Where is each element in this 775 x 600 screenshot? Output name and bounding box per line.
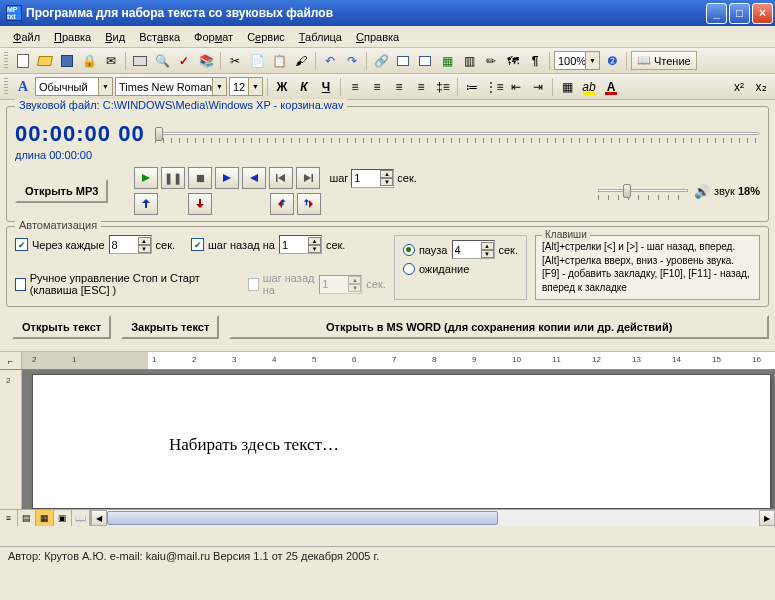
reading-mode-button[interactable]: 📖Чтение	[631, 51, 697, 70]
preview-button[interactable]: 🔍	[152, 51, 172, 71]
stepback-checkbox[interactable]: ✔	[191, 238, 204, 251]
permission-button[interactable]: 🔒	[79, 51, 99, 71]
volume-slider[interactable]	[598, 181, 688, 201]
save-button[interactable]	[57, 51, 77, 71]
indent-decrease-button[interactable]: ⇤	[506, 77, 526, 97]
print-button[interactable]	[130, 51, 150, 71]
copy-button[interactable]: 📄	[247, 51, 267, 71]
drawing-button[interactable]: ✏	[481, 51, 501, 71]
bookmark-prev-button[interactable]	[270, 193, 294, 215]
excel-button[interactable]: ▦	[437, 51, 457, 71]
spin-up[interactable]: ▲	[380, 170, 393, 178]
align-left-button[interactable]: ≡	[345, 77, 365, 97]
indent-increase-button[interactable]: ⇥	[528, 77, 548, 97]
insert-table-button[interactable]	[415, 51, 435, 71]
pause-input[interactable]	[453, 244, 481, 256]
every-checkbox[interactable]: ✔	[15, 238, 28, 251]
maximize-button[interactable]: □	[729, 3, 750, 24]
scroll-track[interactable]	[107, 510, 759, 526]
align-justify-button[interactable]: ≡	[411, 77, 431, 97]
superscript-button[interactable]: x²	[729, 77, 749, 97]
bookmark-del-button[interactable]	[188, 193, 212, 215]
step-spinner[interactable]: ▲▼	[351, 169, 394, 188]
close-text-button[interactable]: Закрыть текст	[121, 315, 219, 339]
view-web[interactable]: ▣	[54, 510, 72, 526]
showall-button[interactable]: ¶	[525, 51, 545, 71]
menu-edit[interactable]: Правка	[47, 29, 98, 45]
undo-button[interactable]: ↶	[320, 51, 340, 71]
font-dropdown[interactable]: Times New Roman▼	[115, 77, 227, 96]
menu-service[interactable]: Сервис	[240, 29, 292, 45]
format-painter-button[interactable]: 🖌	[291, 51, 311, 71]
subscript-button[interactable]: x₂	[751, 77, 771, 97]
minimize-button[interactable]: _	[706, 3, 727, 24]
paste-button[interactable]: 📋	[269, 51, 289, 71]
menu-help[interactable]: Справка	[349, 29, 406, 45]
toolbar-grip[interactable]	[4, 52, 8, 70]
volume-thumb[interactable]	[623, 184, 631, 198]
align-center-button[interactable]: ≡	[367, 77, 387, 97]
style-dropdown[interactable]: Обычный▼	[35, 77, 113, 96]
underline-button[interactable]: Ч	[316, 77, 336, 97]
menu-view[interactable]: Вид	[98, 29, 132, 45]
bullets-button[interactable]: ⋮≡	[484, 77, 504, 97]
ruler-corner[interactable]: ⌐	[0, 352, 22, 369]
manual-checkbox[interactable]	[15, 278, 26, 291]
view-outline[interactable]: ▤	[18, 510, 36, 526]
italic-button[interactable]: К	[294, 77, 314, 97]
scroll-right-button[interactable]: ▶	[759, 510, 775, 526]
step-back-button[interactable]	[242, 167, 266, 189]
bookmark-next-button[interactable]	[297, 193, 321, 215]
open-mp3-button[interactable]: Открыть MP3	[15, 179, 108, 203]
styles-pane-button[interactable]: A	[13, 77, 33, 97]
hyperlink-button[interactable]: 🔗	[371, 51, 391, 71]
horizontal-scrollbar[interactable]: ◀ ▶	[90, 510, 775, 526]
view-reading[interactable]: 📖	[72, 510, 90, 526]
columns-button[interactable]: ▥	[459, 51, 479, 71]
mail-button[interactable]: ✉	[101, 51, 121, 71]
line-spacing-button[interactable]: ‡≡	[433, 77, 453, 97]
document-page[interactable]: Набирать здесь текст…	[32, 374, 771, 509]
view-page[interactable]: ▦	[36, 510, 54, 526]
numbering-button[interactable]: ≔	[462, 77, 482, 97]
document-surface[interactable]: Набирать здесь текст…	[22, 370, 775, 509]
vertical-ruler[interactable]: 2	[0, 370, 22, 509]
horizontal-ruler[interactable]: 2112345678910111213141516	[22, 352, 775, 369]
zoom-dropdown[interactable]: 100%▼	[554, 51, 600, 70]
open-text-button[interactable]: Открыть текст	[12, 315, 111, 339]
step-input[interactable]	[352, 172, 380, 184]
close-button[interactable]: ×	[752, 3, 773, 24]
every-spinner[interactable]: ▲▼	[109, 235, 152, 254]
skip-fwd-button[interactable]	[296, 167, 320, 189]
help-button[interactable]: ❷	[602, 51, 622, 71]
stepback-input[interactable]	[280, 239, 308, 251]
toolbar-grip[interactable]	[4, 78, 8, 96]
new-doc-button[interactable]	[13, 51, 33, 71]
scroll-left-button[interactable]: ◀	[91, 510, 107, 526]
slider-thumb[interactable]	[155, 127, 163, 141]
align-right-button[interactable]: ≡	[389, 77, 409, 97]
borders-button[interactable]: ▦	[557, 77, 577, 97]
docmap-button[interactable]: 🗺	[503, 51, 523, 71]
pause-spinner[interactable]: ▲▼	[452, 240, 495, 259]
stepback-spinner[interactable]: ▲▼	[279, 235, 322, 254]
spellcheck-button[interactable]: ✓	[174, 51, 194, 71]
every-input[interactable]	[110, 239, 138, 251]
open-button[interactable]	[35, 51, 55, 71]
pause-button[interactable]: ❚❚	[161, 167, 185, 189]
tables-borders-button[interactable]	[393, 51, 413, 71]
bookmark-add-button[interactable]	[134, 193, 158, 215]
menu-insert[interactable]: Вставка	[132, 29, 187, 45]
menu-format[interactable]: Формат	[187, 29, 240, 45]
position-slider[interactable]	[155, 124, 760, 144]
play-button[interactable]	[134, 167, 158, 189]
fontsize-dropdown[interactable]: 12▼	[229, 77, 263, 96]
research-button[interactable]: 📚	[196, 51, 216, 71]
open-word-button[interactable]: Открыть в MS WORD (для сохранения копии …	[229, 315, 769, 339]
bold-button[interactable]: Ж	[272, 77, 292, 97]
step-fwd-button[interactable]	[215, 167, 239, 189]
pause-radio[interactable]	[403, 244, 415, 256]
font-color-button[interactable]: A	[601, 77, 621, 97]
menu-table[interactable]: Таблица	[292, 29, 349, 45]
scroll-thumb[interactable]	[107, 511, 498, 525]
